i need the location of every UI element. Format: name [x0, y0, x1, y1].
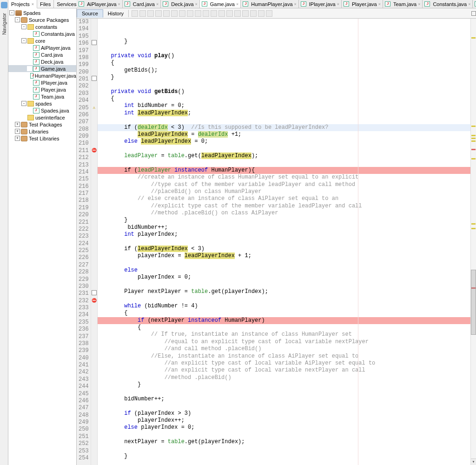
- navigator-icon: [1, 2, 7, 8]
- close-icon[interactable]: ×: [294, 2, 297, 7]
- file-team: Team.java: [41, 94, 64, 100]
- view-history[interactable]: History: [103, 10, 129, 17]
- java-file-icon: [243, 1, 248, 7]
- java-file-icon: [33, 108, 40, 113]
- tab-services[interactable]: Services: [54, 0, 79, 8]
- java-file-icon: [79, 1, 84, 7]
- toolbar-icon[interactable]: [147, 10, 154, 17]
- java-file-icon: [163, 1, 168, 7]
- java-file-icon: [33, 31, 40, 37]
- close-icon[interactable]: ×: [378, 2, 381, 7]
- java-file-icon: [33, 45, 40, 51]
- tab-spades[interactable]: Spade..: [473, 0, 476, 8]
- toolbar-icon[interactable]: [187, 10, 193, 17]
- file-tabs: AiPlayer.java× Card.java× Deck.java× Gam…: [77, 0, 476, 8]
- proj-root: Spades: [23, 10, 40, 16]
- toolbar-icon[interactable]: [132, 10, 138, 17]
- code-lines[interactable]: } private void play() { getBids(); } pri…: [98, 19, 470, 465]
- view-source[interactable]: Source: [77, 9, 103, 18]
- overview-ruler[interactable]: ▾: [470, 19, 476, 465]
- toolbar-icon[interactable]: [258, 10, 264, 17]
- file-deck: Deck.java: [41, 59, 63, 65]
- file-constants: Constants.java: [41, 31, 75, 37]
- tab-card[interactable]: Card.java×: [123, 0, 161, 8]
- editor-toolbar: Source History: [77, 8, 476, 19]
- toolbar-icon[interactable]: [155, 10, 162, 17]
- file-card: Card.java: [41, 52, 63, 58]
- scrollbar-thumb[interactable]: [471, 270, 476, 335]
- navigator-label: Navigator: [1, 13, 7, 35]
- toolbar-icon[interactable]: [179, 10, 185, 17]
- close-icon[interactable]: ×: [236, 2, 238, 7]
- java-file-icon: [424, 1, 430, 7]
- file-ai: AiPlayer.java: [41, 45, 71, 51]
- file-human: HumanPlayer.java: [35, 73, 76, 79]
- toolbar-icon[interactable]: [171, 10, 178, 17]
- close-icon[interactable]: ×: [337, 2, 339, 7]
- java-file-icon: [385, 1, 390, 7]
- glyph-margin[interactable]: ⚠⛔⛔: [91, 19, 98, 465]
- tab-team[interactable]: Team.java×: [383, 0, 423, 8]
- toolbar-icon[interactable]: [211, 10, 217, 17]
- line-numbers: 1931941951961971981992002012022032042052…: [77, 19, 91, 465]
- test-libraries: Test Libraries: [29, 136, 59, 141]
- pkg-constants: constants: [35, 24, 57, 30]
- toolbar-icon[interactable]: [195, 10, 201, 17]
- code-view: 1931941951961971981992002012022032042052…: [77, 19, 476, 465]
- toolbar-icon[interactable]: [234, 10, 241, 17]
- scroll-down-icon[interactable]: ▾: [471, 458, 476, 465]
- pkg-userinterface: userinterface: [35, 115, 65, 120]
- package-icon: [21, 17, 27, 23]
- close-icon[interactable]: ×: [418, 2, 420, 7]
- print-margin: [358, 19, 358, 465]
- tab-files[interactable]: Files: [37, 0, 54, 8]
- libraries: Libraries: [29, 129, 48, 134]
- coffee-icon: [15, 10, 22, 16]
- folder-icon: [27, 38, 34, 44]
- package-icon: [21, 122, 27, 127]
- tab-iplayer[interactable]: IPlayer.java×: [299, 0, 342, 8]
- java-file-icon: [33, 59, 40, 65]
- tab-aiplayer[interactable]: AiPlayer.java×: [77, 0, 123, 8]
- editor-area: AiPlayer.java× Card.java× Deck.java× Gam…: [77, 0, 476, 465]
- java-file-icon: [33, 87, 40, 93]
- file-game: Game.java: [41, 66, 66, 72]
- java-file-icon: [301, 1, 306, 7]
- close-icon[interactable]: ×: [195, 2, 198, 7]
- java-file-icon: [344, 1, 349, 7]
- java-file-icon: [33, 80, 40, 86]
- toolbar-icon[interactable]: [250, 10, 257, 17]
- tab-deck[interactable]: Deck.java×: [161, 0, 200, 8]
- toolbar-icon[interactable]: [242, 10, 249, 17]
- project-tree[interactable]: -Spades -Source Packages -constants Cons…: [8, 8, 76, 465]
- test-packages: Test Packages: [29, 122, 62, 127]
- tab-constants[interactable]: Constants.java×: [423, 0, 473, 8]
- java-file-icon: [33, 52, 40, 58]
- close-icon[interactable]: ×: [468, 2, 470, 7]
- source-packages: Source Packages: [29, 17, 69, 23]
- java-file-icon: [202, 1, 207, 7]
- toolbar-icon[interactable]: [218, 10, 225, 17]
- toolbar-icon[interactable]: [226, 10, 233, 17]
- close-icon[interactable]: ×: [156, 2, 159, 7]
- toolbar-icon[interactable]: [266, 10, 272, 17]
- pkg-spades: spades: [35, 101, 52, 106]
- toolbar-icon[interactable]: [163, 10, 170, 17]
- toolbar-icon[interactable]: [139, 10, 146, 17]
- toolbar-collapse-icon[interactable]: [471, 11, 476, 16]
- close-icon[interactable]: ×: [118, 2, 120, 7]
- tab-human[interactable]: HumanPlayer.java×: [241, 0, 299, 8]
- java-file-icon: [33, 66, 40, 72]
- java-file-icon: [125, 1, 130, 7]
- java-file-icon: [33, 94, 40, 100]
- close-icon[interactable]: ×: [32, 2, 34, 7]
- toolbar-icon[interactable]: [203, 10, 209, 17]
- tab-game[interactable]: Game.java×: [200, 0, 241, 8]
- left-minimized-panel[interactable]: Navigator: [0, 0, 8, 465]
- file-player: Player.java: [41, 87, 66, 93]
- folder-icon: [27, 115, 34, 120]
- project-sidebar: Projects× Files Services -Spades -Source…: [8, 0, 77, 465]
- tab-projects[interactable]: Projects×: [8, 0, 37, 8]
- tab-player[interactable]: Player.java×: [342, 0, 383, 8]
- libraries-icon: [21, 129, 27, 134]
